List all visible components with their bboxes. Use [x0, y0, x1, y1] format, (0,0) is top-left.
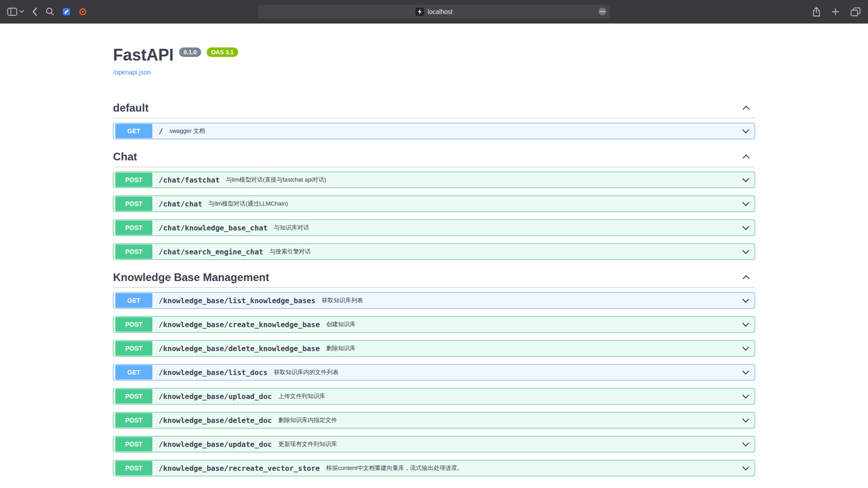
- extension-blue-icon[interactable]: [62, 8, 71, 16]
- chevron-down-icon[interactable]: [742, 127, 750, 134]
- operation-path: /chat/search_engine_chat: [159, 248, 263, 256]
- operation-row[interactable]: POST /knowledge_base/update_doc 更新现有文件到知…: [113, 436, 755, 452]
- method-badge: GET: [115, 365, 152, 380]
- operation-summary: 创建知识库: [326, 320, 355, 328]
- method-badge: POST: [115, 341, 152, 356]
- section-header-chat[interactable]: Chat: [113, 147, 755, 167]
- operation-row[interactable]: GET / swagger 文档: [113, 123, 755, 139]
- api-info: FastAPI 0.1.0 OAS 3.1 /openapi.json: [113, 23, 755, 76]
- operation-row[interactable]: POST /knowledge_base/recreate_vector_sto…: [113, 460, 755, 476]
- url-text: localhost: [428, 8, 453, 15]
- method-badge: POST: [115, 413, 152, 427]
- operation-path: /knowledge_base/update_doc: [159, 440, 272, 449]
- operation-summary: 根据content中文档重建向量库，流式输出处理进度。: [326, 464, 463, 472]
- operation-summary: 获取知识库列表: [322, 296, 363, 305]
- operation-path: /knowledge_base/list_docs: [159, 368, 268, 377]
- operation-row[interactable]: POST /chat/chat 与llm模型对话(通过LLMChain): [113, 196, 755, 212]
- operation-path: /knowledge_base/create_knowledge_base: [159, 320, 320, 329]
- chevron-down-icon[interactable]: [742, 247, 750, 254]
- operation-path: /knowledge_base/list_knowledge_bases: [159, 296, 316, 305]
- browser-toolbar: localhost: [0, 0, 868, 23]
- chevron-down-icon[interactable]: [742, 175, 750, 183]
- operation-summary: 更新现有文件到知识库: [278, 440, 337, 448]
- operation-row[interactable]: POST /chat/knowledge_base_chat 与知识库对话: [113, 220, 755, 236]
- sidebar-icon[interactable]: [7, 8, 17, 16]
- operation-row[interactable]: POST /chat/fastchat 与llm模型对话(直接与fastchat…: [113, 172, 755, 188]
- method-badge: POST: [115, 244, 152, 259]
- operation-path: /chat/fastchat: [159, 176, 220, 184]
- section-title: Knowledge Base Management: [113, 271, 269, 284]
- operation-path: /chat/chat: [159, 200, 202, 208]
- operation-path: /knowledge_base/recreate_vector_store: [159, 464, 320, 473]
- address-bar[interactable]: localhost: [258, 5, 610, 19]
- oas-badge: OAS 3.1: [207, 47, 238, 57]
- operation-summary: 与知识库对话: [274, 224, 309, 232]
- method-badge: POST: [115, 197, 152, 211]
- section-title: Chat: [113, 150, 137, 163]
- chevron-down-icon[interactable]: [742, 392, 750, 399]
- operation-summary: swagger 文档: [170, 127, 205, 135]
- api-title-text: FastAPI: [113, 46, 174, 64]
- search-icon[interactable]: [46, 7, 54, 16]
- chevron-down-icon[interactable]: [742, 344, 750, 351]
- operation-path: /knowledge_base/delete_doc: [159, 416, 272, 425]
- chevron-down-icon[interactable]: [742, 368, 750, 375]
- section-header-knowledge-base-management[interactable]: Knowledge Base Management: [113, 267, 755, 288]
- method-badge: GET: [115, 293, 152, 308]
- version-badge: 0.1.0: [179, 47, 201, 57]
- chevron-down-icon[interactable]: [742, 440, 750, 447]
- operation-path: /knowledge_base/delete_knowledge_base: [159, 344, 320, 353]
- chevron-down-icon[interactable]: [742, 223, 750, 230]
- chevron-down-icon[interactable]: [742, 416, 750, 423]
- new-tab-icon[interactable]: [831, 8, 840, 16]
- section-chat: Chat POST /chat/fastchat 与llm模型对话(直接与fas…: [113, 147, 755, 260]
- chevron-down-icon[interactable]: [742, 464, 750, 471]
- page-title: FastAPI 0.1.0 OAS 3.1: [113, 46, 755, 64]
- operation-path: /chat/knowledge_base_chat: [159, 224, 268, 232]
- operation-summary: 与llm模型对话(通过LLMChain): [208, 200, 288, 208]
- operation-row[interactable]: POST /knowledge_base/upload_doc 上传文件到知识库: [113, 388, 755, 404]
- operation-path: /knowledge_base/upload_doc: [159, 392, 272, 401]
- openapi-json-link[interactable]: /openapi.json: [113, 69, 151, 76]
- sidebar-chevron-down-icon[interactable]: [19, 10, 24, 13]
- operation-summary: 删除知识库内指定文件: [278, 416, 337, 424]
- section-header-default[interactable]: default: [113, 98, 755, 118]
- extension-orange-icon[interactable]: [79, 8, 87, 16]
- method-badge: GET: [115, 124, 152, 138]
- method-badge: POST: [115, 317, 152, 332]
- method-badge: POST: [115, 389, 152, 404]
- operation-row[interactable]: GET /knowledge_base/list_knowledge_bases…: [113, 292, 755, 309]
- chevron-down-icon[interactable]: [742, 296, 750, 303]
- operation-row[interactable]: POST /knowledge_base/delete_doc 删除知识库内指定…: [113, 412, 755, 428]
- method-badge: POST: [115, 173, 152, 187]
- section-knowledge-base-management: Knowledge Base Management GET /knowledge…: [113, 267, 755, 476]
- operation-row[interactable]: GET /knowledge_base/list_docs 获取知识库内的文件列…: [113, 364, 755, 380]
- chevron-down-icon[interactable]: [742, 199, 750, 206]
- site-favicon-icon: [415, 7, 424, 16]
- method-badge: POST: [115, 461, 152, 475]
- operation-path: /: [159, 127, 163, 136]
- section-default: default GET / swagger 文档: [113, 98, 755, 139]
- operation-summary: 删除知识库: [326, 344, 355, 352]
- method-badge: POST: [115, 221, 152, 235]
- more-options-icon[interactable]: [598, 7, 607, 16]
- chevron-down-icon[interactable]: [742, 320, 750, 327]
- operation-row[interactable]: POST /chat/search_engine_chat 与搜索引擎对话: [113, 244, 755, 260]
- swagger-page: FastAPI 0.1.0 OAS 3.1 /openapi.json defa…: [0, 23, 868, 488]
- share-icon[interactable]: [812, 7, 821, 17]
- method-badge: POST: [115, 437, 152, 451]
- operation-summary: 获取知识库内的文件列表: [274, 368, 339, 376]
- chevron-up-icon[interactable]: [743, 106, 750, 113]
- section-title: default: [113, 102, 149, 114]
- operation-summary: 与llm模型对话(直接与fastchat api对话): [226, 176, 326, 184]
- tab-overview-icon[interactable]: [850, 7, 861, 17]
- chevron-up-icon[interactable]: [743, 155, 750, 162]
- operation-row[interactable]: POST /knowledge_base/create_knowledge_ba…: [113, 316, 755, 333]
- operation-summary: 与搜索引擎对话: [269, 248, 311, 256]
- back-icon[interactable]: [32, 7, 38, 16]
- operation-summary: 上传文件到知识库: [278, 392, 325, 400]
- chevron-up-icon[interactable]: [743, 275, 750, 282]
- operation-row[interactable]: POST /knowledge_base/delete_knowledge_ba…: [113, 340, 755, 357]
